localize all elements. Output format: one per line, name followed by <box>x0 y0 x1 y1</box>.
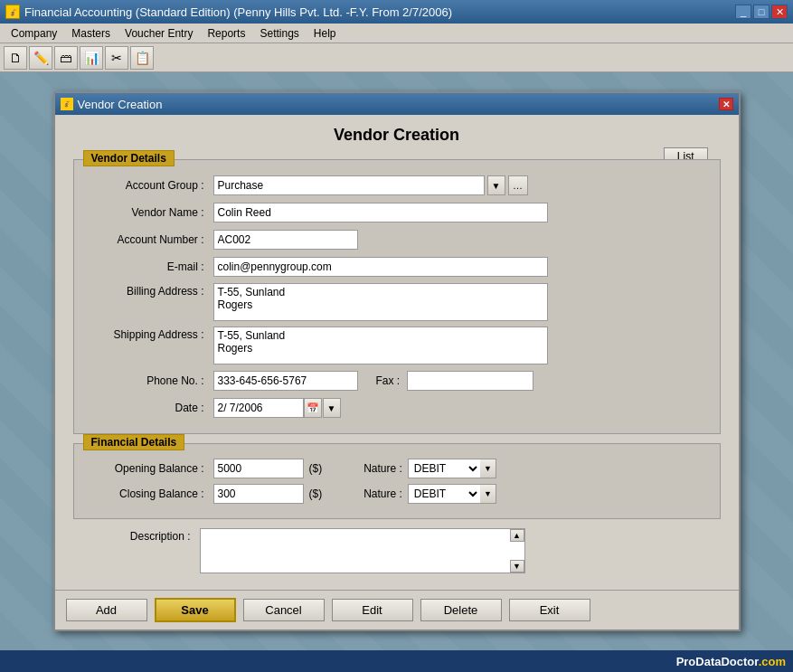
shipping-address-label: Shipping Address : <box>87 327 213 341</box>
date-row: Date : 📅 ▼ <box>87 397 707 419</box>
title-bar: 💰 Financial Accounting (Standard Edition… <box>0 0 793 24</box>
cancel-button[interactable]: Cancel <box>243 599 325 621</box>
add-button[interactable]: Add <box>66 599 147 621</box>
closing-currency-label: ($) <box>309 487 323 500</box>
dialog-title-bar: 💰 Vendor Creation ✕ <box>55 93 739 115</box>
closing-nature-wrap: DEBIT CREDIT ▼ <box>408 484 496 504</box>
opening-balance-input[interactable] <box>213 459 304 478</box>
opening-balance-row: Opening Balance : ($) Nature : DEBIT CRE… <box>87 459 707 478</box>
edit-button[interactable]: Edit <box>332 599 413 621</box>
billing-address-row: Billing Address : T-55, Sunland Rogers <box>87 283 707 321</box>
report-button[interactable]: 📊 <box>80 46 103 70</box>
menu-voucher-entry[interactable]: Voucher Entry <box>118 25 200 42</box>
maximize-button[interactable]: □ <box>753 5 769 19</box>
app-icon: 💰 <box>5 5 20 19</box>
opening-nature-dropdown-button[interactable]: ▼ <box>480 459 496 478</box>
description-row: Description : ▲ ▼ <box>73 528 721 573</box>
button-bar: Add Save Cancel Edit Delete Exit <box>55 590 739 629</box>
account-number-label: Account Number : <box>87 233 213 246</box>
close-window-button[interactable]: ✕ <box>771 5 788 19</box>
opening-balance-label: Opening Balance : <box>87 462 213 475</box>
cut-button[interactable]: ✂ <box>105 46 128 70</box>
menu-reports[interactable]: Reports <box>200 25 252 42</box>
paste-button[interactable]: 📋 <box>130 46 154 70</box>
scroll-down-button[interactable]: ▼ <box>510 560 524 573</box>
menu-help[interactable]: Help <box>307 25 344 42</box>
minimize-button[interactable]: _ <box>735 5 751 19</box>
closing-nature-label: Nature : <box>363 487 402 500</box>
closing-balance-input[interactable] <box>213 484 304 504</box>
vendor-details-section: Vendor Details Account Group : ▼ … Vendo… <box>73 159 721 434</box>
delete-button[interactable]: Delete <box>420 599 502 621</box>
opening-nature-label: Nature : <box>363 462 402 475</box>
fax-input[interactable] <box>407 371 533 391</box>
new-button[interactable]: 🗋 <box>4 46 27 70</box>
window-controls: _ □ ✕ <box>735 5 788 19</box>
app-title: Financial Accounting (Standard Edition) … <box>24 5 452 19</box>
email-label: E-mail : <box>87 260 213 273</box>
phone-fax-row: Phone No. : Fax : <box>87 370 707 392</box>
description-wrap: ▲ ▼ <box>200 528 525 573</box>
closing-balance-row: Closing Balance : ($) Nature : DEBIT CRE… <box>87 484 707 504</box>
description-label: Description : <box>73 528 200 543</box>
phone-label: Phone No. : <box>87 374 213 387</box>
closing-nature-select[interactable]: DEBIT CREDIT <box>408 484 480 504</box>
edit-toolbar-button[interactable]: ✏️ <box>29 46 52 70</box>
dialog-content: Vendor Creation List Vendor Details Acco… <box>55 115 739 590</box>
billing-address-input[interactable]: T-55, Sunland Rogers <box>213 283 548 321</box>
opening-nature-wrap: DEBIT CREDIT ▼ <box>408 459 496 478</box>
status-text: ProDataDoctor.com <box>676 655 786 668</box>
account-number-input[interactable] <box>213 230 358 250</box>
shipping-address-input[interactable]: T-55, Sunland Rogers <box>213 327 548 364</box>
email-row: E-mail : <box>87 256 707 278</box>
main-background: 💰 Vendor Creation ✕ Vendor Creation List… <box>0 72 793 650</box>
open-button[interactable]: 🗃 <box>54 46 78 70</box>
vendor-name-label: Vendor Name : <box>87 206 213 219</box>
vendor-name-row: Vendor Name : <box>87 202 707 223</box>
closing-nature-dropdown-button[interactable]: ▼ <box>480 484 496 504</box>
description-scrollbar: ▲ ▼ <box>510 529 524 573</box>
exit-button[interactable]: Exit <box>509 599 590 621</box>
dialog-icon: 💰 <box>61 98 73 110</box>
date-dropdown-button[interactable]: ▼ <box>323 398 341 418</box>
financial-details-label: Financial Details <box>83 434 185 450</box>
save-button[interactable]: Save <box>155 598 236 622</box>
account-group-label: Account Group : <box>87 179 213 192</box>
vendor-details-label: Vendor Details <box>83 150 175 166</box>
menu-settings[interactable]: Settings <box>252 25 306 42</box>
description-input[interactable] <box>200 528 525 573</box>
shipping-address-row: Shipping Address : T-55, Sunland Rogers <box>87 327 707 364</box>
opening-nature-select[interactable]: DEBIT CREDIT <box>408 459 480 478</box>
toolbar: 🗋 ✏️ 🗃 📊 ✂ 📋 <box>0 43 793 72</box>
vendor-name-input[interactable] <box>213 203 548 222</box>
phone-input[interactable] <box>213 371 358 391</box>
dialog-heading: Vendor Creation <box>73 126 721 145</box>
status-bar: ProDataDoctor.com <box>0 650 793 672</box>
closing-balance-label: Closing Balance : <box>87 487 213 500</box>
financial-details-section: Financial Details Opening Balance : ($) … <box>73 443 721 519</box>
account-group-input[interactable] <box>213 175 485 195</box>
menu-company[interactable]: Company <box>4 25 64 42</box>
account-group-input-wrap: ▼ … <box>213 175 528 195</box>
calendar-button[interactable]: 📅 <box>304 398 322 418</box>
dialog-title-label: Vendor Creation <box>78 98 163 111</box>
opening-currency-label: ($) <box>309 462 323 475</box>
account-group-dropdown-button[interactable]: ▼ <box>487 175 505 195</box>
account-group-browse-button[interactable]: … <box>508 175 528 195</box>
date-input[interactable] <box>213 398 304 418</box>
billing-address-label: Billing Address : <box>87 283 213 298</box>
scroll-up-button[interactable]: ▲ <box>510 529 524 542</box>
vendor-creation-dialog: 💰 Vendor Creation ✕ Vendor Creation List… <box>53 91 741 631</box>
menu-bar: Company Masters Voucher Entry Reports Se… <box>0 24 793 43</box>
date-input-wrap: 📅 ▼ <box>213 398 341 418</box>
account-number-row: Account Number : <box>87 229 707 251</box>
fax-label: Fax : <box>376 374 401 387</box>
dialog-close-button[interactable]: ✕ <box>719 98 733 110</box>
email-input[interactable] <box>213 257 548 277</box>
account-group-row: Account Group : ▼ … <box>87 175 707 196</box>
date-label: Date : <box>87 402 213 414</box>
menu-masters[interactable]: Masters <box>64 25 118 42</box>
